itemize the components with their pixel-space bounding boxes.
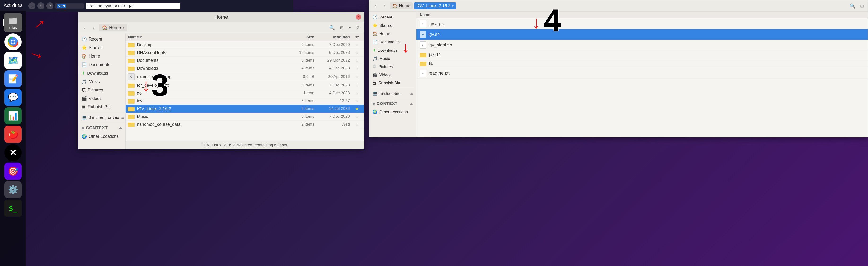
sidebar-item-rubbish[interactable]: 🗑 Rubbish Bin bbox=[78, 103, 125, 111]
file-row-downloads[interactable]: Downloads 4 items 4 Dec 2023 ☆ bbox=[126, 64, 364, 72]
right-sidebar-item-docs[interactable]: 📄 Documents bbox=[369, 38, 416, 46]
dock-terminal-icon[interactable]: $_ bbox=[4, 200, 22, 217]
right-sidebar-item-rubbish[interactable]: 🗑 Rubbish Bin bbox=[369, 79, 416, 87]
right-home-sidebar-label: Home bbox=[379, 31, 390, 36]
sidebar-item-other-locations[interactable]: 🌍 Other Locations bbox=[78, 132, 125, 141]
file-modified-music: 7 Dec 2020 bbox=[317, 114, 352, 119]
right-igv-dropdown-icon[interactable]: ▾ bbox=[452, 4, 454, 8]
right-file-row-igvsh[interactable]: ▶ igv.sh bbox=[416, 29, 868, 40]
fm-search-btn[interactable]: 🔍 bbox=[328, 24, 336, 32]
fm-view-dropdown-btn[interactable]: ▾ bbox=[347, 24, 353, 32]
file-row-music[interactable]: Music 0 items 7 Dec 2020 ☆ bbox=[126, 113, 364, 121]
dock-chat-icon[interactable]: 💬 bbox=[4, 89, 22, 106]
fm-forward-btn[interactable]: › bbox=[90, 24, 98, 32]
file-star-igv[interactable]: ☆ bbox=[352, 99, 362, 103]
right-fm-view-btn[interactable]: ⊞ bbox=[858, 2, 866, 10]
fm-gear-btn[interactable]: ⚙ bbox=[354, 24, 362, 32]
file-row-igv[interactable]: igv 3 items 13:27 ☆ bbox=[126, 97, 364, 105]
right-sidebar-item-context[interactable]: CONTEXT ⏏ bbox=[369, 100, 416, 108]
file-star-fordev[interactable]: ☆ bbox=[352, 83, 362, 88]
dock-settings-icon[interactable]: ⚙️ bbox=[4, 181, 22, 198]
sidebar-item-starred[interactable]: ⭐ Starred bbox=[78, 43, 125, 52]
fm-col-headers: Name ▾ Size Modified ☆ bbox=[126, 33, 364, 41]
sidebar-item-context[interactable]: CONTEXT ⏏ bbox=[78, 124, 125, 132]
right-thinclient-eject[interactable]: ⏏ bbox=[410, 92, 413, 95]
file-row-go[interactable]: go 1 item 4 Dec 2023 ☆ bbox=[126, 89, 364, 97]
sidebar-item-downloads[interactable]: ⬇ Downloads bbox=[78, 69, 125, 77]
svg-rect-17 bbox=[128, 59, 131, 60]
sidebar-item-videos[interactable]: 🎬 Videos bbox=[78, 94, 125, 103]
dock-purple-icon[interactable]: 🎯 bbox=[4, 163, 22, 180]
right-file-row-lib[interactable]: lib bbox=[416, 59, 868, 68]
file-row-fordev[interactable]: for_development 0 items 7 Dec 2023 ☆ bbox=[126, 81, 364, 89]
sidebar-item-thinclient[interactable]: 💻 thinclient_drives ⏏ bbox=[78, 113, 125, 122]
right-sidebar-item-downloads[interactable]: ⬇ Downloads bbox=[369, 46, 416, 54]
browser-reload-btn[interactable]: ↺ bbox=[46, 2, 54, 9]
url-bar[interactable]: training.cyverseuk.org/c bbox=[86, 3, 180, 9]
fm-grid-view-btn[interactable]: ⊞ bbox=[338, 24, 345, 32]
file-row-igvlinux[interactable]: IGV_Linux_2.16.2 6 items 14 Jul 2023 ★ bbox=[126, 105, 364, 113]
dock-x-icon[interactable]: ✕ bbox=[4, 144, 22, 161]
file-row-dnascenttools[interactable]: DNAscentTools 18 items 5 Dec 2023 ☆ bbox=[126, 49, 364, 57]
file-row-nanomod[interactable]: nanomod_course_data 2 items Wed ☆ bbox=[126, 121, 364, 128]
right-sidebar-divider2 bbox=[371, 99, 414, 99]
home-folder-icon: 🏠 bbox=[102, 25, 107, 30]
fm-back-btn[interactable]: ‹ bbox=[80, 24, 88, 32]
file-star-dna[interactable]: ☆ bbox=[352, 50, 362, 55]
browser-back-btn[interactable]: ‹ bbox=[28, 2, 35, 9]
dock-tomato-icon[interactable]: 🍅 bbox=[4, 126, 22, 143]
right-fm-location-igv[interactable]: IGV_Linux_2.16.2 ▾ bbox=[414, 2, 456, 9]
context-eject-icon[interactable]: ⏏ bbox=[119, 126, 122, 130]
right-sidebar-item-music[interactable]: 🎵 Music bbox=[369, 54, 416, 63]
right-sidebar-item-videos[interactable]: 🎬 Videos bbox=[369, 71, 416, 79]
right-file-row-jdk11[interactable]: jdk-11 bbox=[416, 50, 868, 59]
fm-close-btn[interactable]: ✕ bbox=[356, 15, 361, 20]
file-star-documents[interactable]: ☆ bbox=[352, 58, 362, 63]
right-sidebar-item-home[interactable]: 🏠 Home bbox=[369, 30, 416, 38]
right-sidebar-item-recent[interactable]: 🕐 Recent bbox=[369, 13, 416, 21]
file-star-music[interactable]: ☆ bbox=[352, 114, 362, 119]
right-fm-location-home[interactable]: 🏠 Home bbox=[390, 2, 413, 9]
right-fm-back-btn[interactable]: ‹ bbox=[371, 2, 379, 10]
sidebar-item-pictures[interactable]: 🖼 Pictures bbox=[78, 86, 125, 94]
location-dropdown-icon[interactable]: ▾ bbox=[123, 25, 124, 30]
right-videos-icon: 🎬 bbox=[373, 73, 377, 77]
sidebar-item-home[interactable]: 🏠 Home bbox=[78, 52, 125, 60]
dock-docs-icon[interactable]: 📝 bbox=[4, 70, 22, 87]
file-star-go[interactable]: ☆ bbox=[352, 91, 362, 96]
activities-button[interactable]: Activities bbox=[0, 0, 26, 11]
right-fm-forward-btn[interactable]: › bbox=[380, 2, 389, 10]
file-row-examples[interactable]: ⚙ examples.desktop 9.0 kB 20 Apr 2016 ☆ bbox=[126, 72, 364, 81]
file-star-downloads[interactable]: ☆ bbox=[352, 66, 362, 71]
dock-chrome-icon[interactable] bbox=[4, 33, 22, 50]
dock-files-icon[interactable]: Files bbox=[4, 13, 23, 32]
sidebar-item-music[interactable]: 🎵 Music bbox=[78, 77, 125, 86]
right-sidebar-item-starred[interactable]: ⭐ Starred bbox=[369, 21, 416, 30]
dock-maps-icon[interactable]: 🗺️ bbox=[4, 52, 22, 69]
right-file-name-lib: lib bbox=[429, 61, 433, 66]
right-file-row-readme[interactable]: ≡ readme.txt bbox=[416, 68, 868, 79]
right-sidebar-item-thinclient[interactable]: 💻 thinclient_drives ⏏ bbox=[369, 89, 416, 98]
docs-icon: 📄 bbox=[82, 62, 87, 67]
sidebar-item-recent[interactable]: 🕐 Recent bbox=[78, 35, 125, 43]
thinclient-eject-icon[interactable]: ⏏ bbox=[121, 115, 124, 119]
file-star-desktop[interactable]: ☆ bbox=[352, 43, 362, 47]
right-sidebar-item-other[interactable]: 🌍 Other Locations bbox=[369, 108, 416, 116]
dock-sheets-icon[interactable]: 📊 bbox=[4, 107, 22, 124]
right-file-row-igvargs[interactable]: ≡ igv.args bbox=[416, 19, 868, 29]
browser-forward-btn[interactable]: › bbox=[37, 2, 44, 9]
file-row-documents[interactable]: Documents 3 items 29 Mar 2022 ☆ bbox=[126, 57, 364, 64]
right-sidebar-item-pictures[interactable]: 🖼 Pictures bbox=[369, 63, 416, 71]
file-star-igvlinux[interactable]: ★ bbox=[352, 107, 362, 111]
chat-emoji: 💬 bbox=[8, 92, 19, 102]
right-fm-search-btn[interactable]: 🔍 bbox=[848, 2, 857, 10]
file-star-examples[interactable]: ☆ bbox=[352, 75, 362, 79]
sidebar-item-documents[interactable]: 📄 Documents bbox=[78, 60, 125, 69]
right-folder-icon-lib bbox=[420, 61, 427, 66]
file-name-nanomod: nanomod_course_data bbox=[137, 122, 291, 127]
fm-location-bar[interactable]: 🏠 Home ▾ bbox=[99, 24, 127, 31]
right-file-row-igvhidpi[interactable]: ▶ igv_hidpi.sh bbox=[416, 40, 868, 50]
file-row-desktop[interactable]: Desktop 0 items 7 Dec 2020 ☆ bbox=[126, 41, 364, 49]
file-star-nanomod[interactable]: ☆ bbox=[352, 122, 362, 127]
right-context-eject[interactable]: ⏏ bbox=[410, 102, 413, 106]
